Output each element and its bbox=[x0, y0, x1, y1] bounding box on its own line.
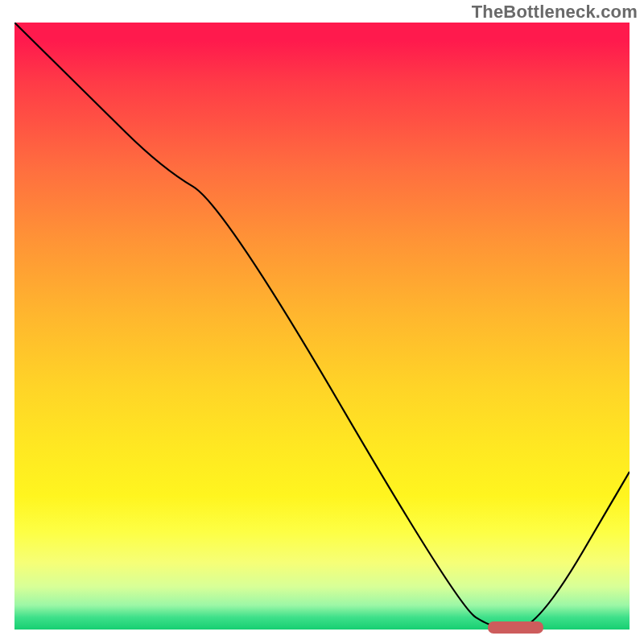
curve-path bbox=[14, 23, 630, 630]
watermark-label: TheBottleneck.com bbox=[472, 2, 638, 23]
bottleneck-curve bbox=[14, 23, 630, 630]
optimal-range-marker bbox=[488, 621, 543, 634]
bottleneck-chart: TheBottleneck.com bbox=[0, 0, 644, 644]
